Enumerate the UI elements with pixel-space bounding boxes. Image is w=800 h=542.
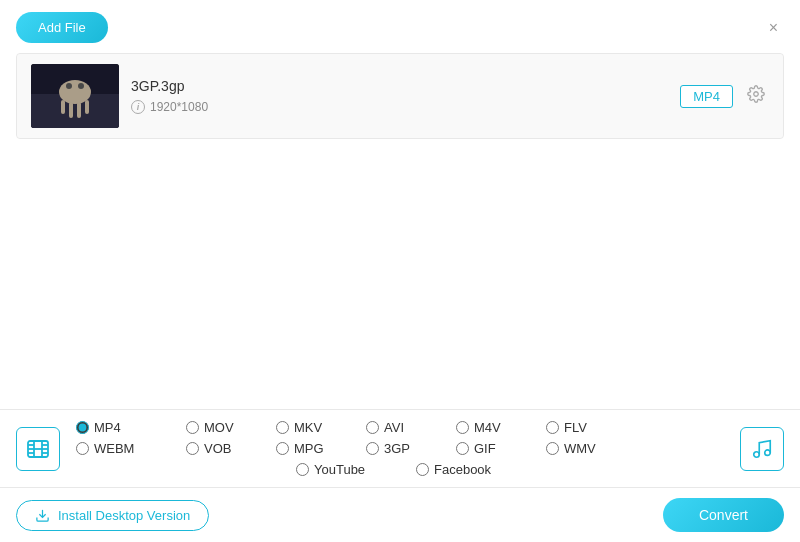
format-row-3: YouTube Facebook — [76, 462, 724, 477]
content-area — [0, 139, 800, 339]
format-label-mov: MOV — [204, 420, 234, 435]
music-icon-box[interactable] — [740, 427, 784, 471]
format-label-m4v: M4V — [474, 420, 501, 435]
format-option-wmv[interactable]: WMV — [546, 441, 636, 456]
format-radio-vob[interactable] — [186, 442, 199, 455]
format-label-3gp: 3GP — [384, 441, 410, 456]
svg-point-19 — [754, 451, 760, 457]
format-radio-avi[interactable] — [366, 421, 379, 434]
format-label-mp4: MP4 — [94, 420, 121, 435]
format-radio-mkv[interactable] — [276, 421, 289, 434]
close-button[interactable]: × — [763, 18, 784, 38]
format-label-wmv: WMV — [564, 441, 596, 456]
download-icon — [35, 508, 50, 523]
format-option-mkv[interactable]: MKV — [276, 420, 366, 435]
format-radio-m4v[interactable] — [456, 421, 469, 434]
add-file-button[interactable]: Add File — [16, 12, 108, 43]
format-option-mov[interactable]: MOV — [186, 420, 276, 435]
install-label: Install Desktop Version — [58, 508, 190, 523]
format-option-vob[interactable]: VOB — [186, 441, 276, 456]
file-info: 3GP.3gp i 1920*1080 — [119, 78, 680, 114]
format-label-webm: WEBM — [94, 441, 134, 456]
video-icon-box[interactable] — [16, 427, 60, 471]
format-option-webm[interactable]: WEBM — [76, 441, 186, 456]
svg-point-10 — [754, 91, 759, 96]
format-radio-3gp[interactable] — [366, 442, 379, 455]
format-label-flv: FLV — [564, 420, 587, 435]
action-bar: Install Desktop Version Convert — [0, 488, 800, 542]
format-option-mpg[interactable]: MPG — [276, 441, 366, 456]
format-label-youtube: YouTube — [314, 462, 365, 477]
convert-button[interactable]: Convert — [663, 498, 784, 532]
format-label-avi: AVI — [384, 420, 404, 435]
format-radio-mp4[interactable] — [76, 421, 89, 434]
header: Add File × — [0, 0, 800, 53]
format-badge[interactable]: MP4 — [680, 85, 733, 108]
format-option-facebook[interactable]: Facebook — [416, 462, 516, 477]
format-row-1: MP4 MOV MKV AVI M4V — [76, 420, 724, 435]
bottom-panel: MP4 MOV MKV AVI M4V — [0, 409, 800, 542]
install-desktop-button[interactable]: Install Desktop Version — [16, 500, 209, 531]
format-selector: MP4 MOV MKV AVI M4V — [0, 410, 800, 488]
format-option-3gp[interactable]: 3GP — [366, 441, 456, 456]
format-radio-youtube[interactable] — [296, 463, 309, 476]
file-name: 3GP.3gp — [131, 78, 668, 94]
svg-rect-9 — [31, 64, 119, 128]
settings-button[interactable] — [743, 83, 769, 110]
format-option-flv[interactable]: FLV — [546, 420, 636, 435]
format-label-vob: VOB — [204, 441, 231, 456]
format-label-gif: GIF — [474, 441, 496, 456]
format-grid: MP4 MOV MKV AVI M4V — [76, 420, 724, 477]
file-list: 3GP.3gp i 1920*1080 MP4 — [16, 53, 784, 139]
format-option-mp4[interactable]: MP4 — [76, 420, 186, 435]
file-meta: i 1920*1080 — [131, 100, 668, 114]
file-actions: MP4 — [680, 83, 769, 110]
format-label-facebook: Facebook — [434, 462, 491, 477]
format-label-mpg: MPG — [294, 441, 324, 456]
format-label-mkv: MKV — [294, 420, 322, 435]
format-radio-gif[interactable] — [456, 442, 469, 455]
file-resolution: 1920*1080 — [150, 100, 208, 114]
format-radio-flv[interactable] — [546, 421, 559, 434]
format-option-gif[interactable]: GIF — [456, 441, 546, 456]
format-radio-wmv[interactable] — [546, 442, 559, 455]
file-item: 3GP.3gp i 1920*1080 MP4 — [17, 54, 783, 138]
format-radio-mpg[interactable] — [276, 442, 289, 455]
file-thumbnail — [31, 64, 119, 128]
format-radio-mov[interactable] — [186, 421, 199, 434]
svg-point-20 — [765, 449, 771, 455]
format-radio-webm[interactable] — [76, 442, 89, 455]
format-radio-facebook[interactable] — [416, 463, 429, 476]
info-icon: i — [131, 100, 145, 114]
format-option-avi[interactable]: AVI — [366, 420, 456, 435]
format-option-m4v[interactable]: M4V — [456, 420, 546, 435]
format-row-2: WEBM VOB MPG 3GP GIF — [76, 441, 724, 456]
format-option-youtube[interactable]: YouTube — [296, 462, 416, 477]
